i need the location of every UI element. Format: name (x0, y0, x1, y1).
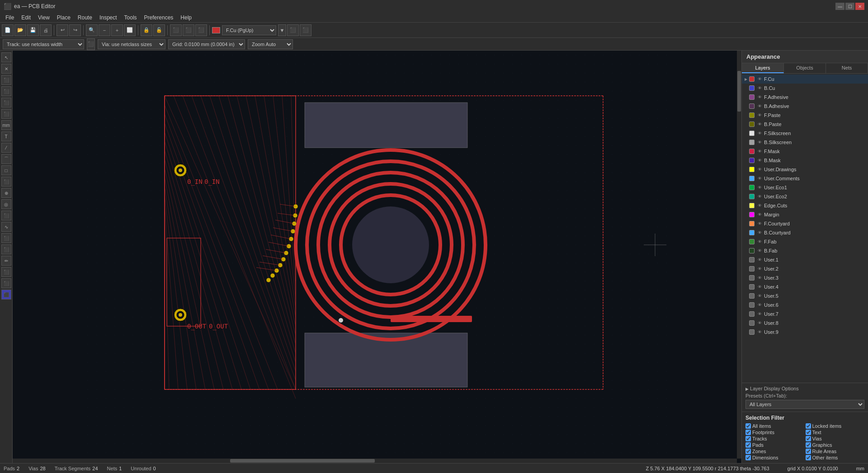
3d-button[interactable]: ⬛ (195, 24, 207, 36)
draw-rect-tool[interactable]: □ (1, 165, 11, 175)
add-pad-tool[interactable]: ◎ (1, 199, 11, 209)
track-select[interactable]: Track: use netclass width (3, 39, 84, 49)
layer-visibility-icon[interactable]: 👁 (756, 239, 763, 245)
grid-select[interactable]: Grid: 0.0100 mm (0.0004 in) (168, 39, 245, 49)
layer-visibility-icon[interactable]: 👁 (756, 175, 763, 182)
canvas-area[interactable]: 0_IN 0_IN 0_OUT 0_OUT (13, 51, 741, 463)
text-tool[interactable]: T (1, 131, 11, 141)
layer-item-f-cu[interactable]: ▶ 👁 F.Cu (742, 75, 868, 84)
layer-item-user-5[interactable]: 👁 User.5 (742, 291, 868, 300)
new-button[interactable]: 📄 (2, 24, 14, 36)
sf-checkbox-7[interactable] (806, 442, 811, 448)
eyedrop-tool[interactable]: ✏ (1, 256, 11, 266)
vertical-scrollbar[interactable] (737, 51, 741, 459)
route-tool[interactable]: ⬛ (1, 75, 11, 85)
layer-item-b-silkscreen[interactable]: 👁 B.Silkscreen (742, 138, 868, 147)
layer-visibility-icon[interactable]: 👁 (756, 266, 763, 272)
layer-item-user-4[interactable]: 👁 User.4 (742, 282, 868, 291)
layer-visibility-icon[interactable]: 👁 (756, 148, 763, 155)
layer-item-user-eco1[interactable]: 👁 User.Eco1 (742, 183, 868, 192)
tab-layers[interactable]: Layers (742, 63, 784, 73)
horizontal-scrollbar[interactable] (13, 459, 737, 463)
layer-visibility-icon[interactable]: 👁 (756, 130, 763, 136)
zoom-fit-button[interactable]: 🔍 (86, 24, 98, 36)
layer-item-user-drawings[interactable]: 👁 User.Drawings (742, 165, 868, 174)
sf-checkbox-4[interactable] (745, 436, 751, 441)
layer-visibility-icon[interactable]: 👁 (756, 284, 763, 290)
menu-preferences[interactable]: Preferences (141, 14, 177, 22)
layer-item-user-6[interactable]: 👁 User.6 (742, 300, 868, 309)
print-button[interactable]: 🖨 (40, 24, 52, 36)
layer-visibility-icon[interactable]: 👁 (756, 184, 763, 191)
inspect-tool[interactable]: ✕ (1, 64, 11, 74)
menu-help[interactable]: Help (177, 14, 195, 22)
layer-visibility-icon[interactable]: 👁 (756, 211, 763, 218)
track-settings-button[interactable]: ⬛ (87, 38, 95, 50)
fill-copper-tool[interactable]: ⬛ (1, 290, 11, 300)
lock-button[interactable]: 🔒 (141, 24, 152, 36)
layer-item-user-2[interactable]: 👁 User.2 (742, 264, 868, 273)
vertical-scroll-thumb[interactable] (737, 71, 741, 112)
board-settings-button[interactable]: ⬛ (300, 24, 311, 36)
layer-visibility-icon[interactable]: 👁 (756, 103, 763, 109)
horizontal-scroll-thumb[interactable] (230, 459, 375, 463)
layer-item-user-9[interactable]: 👁 User.9 (742, 328, 868, 337)
save-button[interactable]: 💾 (27, 24, 39, 36)
sf-checkbox-11[interactable] (806, 455, 811, 460)
delete-tool[interactable]: ⬛ (1, 267, 11, 277)
layers-list[interactable]: ▶ 👁 F.Cu 👁 B.Cu 👁 F.Adhesive 👁 B.Adhesiv… (742, 74, 868, 383)
via-select[interactable]: Via: use netclass sizes (98, 39, 165, 49)
layer-select[interactable]: F.Cu (PgUp) (222, 25, 276, 35)
layer-visibility-icon[interactable]: 👁 (756, 229, 763, 236)
layer-visibility-icon[interactable]: 👁 (756, 94, 763, 100)
open-button[interactable]: 📂 (14, 24, 26, 36)
layer-visibility-icon[interactable]: 👁 (756, 202, 763, 209)
sf-checkbox-1[interactable] (806, 423, 811, 429)
layer-item-b-courtyard[interactable]: 👁 B.Courtyard (742, 228, 868, 237)
measure-tool[interactable]: ⬛ (1, 109, 11, 119)
sf-checkbox-2[interactable] (745, 430, 751, 435)
layer-item-edge-cuts[interactable]: 👁 Edge.Cuts (742, 201, 868, 210)
layer-item-b-fab[interactable]: 👁 B.Fab (742, 246, 868, 255)
layer-visibility-icon[interactable]: 👁 (756, 320, 763, 326)
layer-item-f-fab[interactable]: 👁 F.Fab (742, 237, 868, 246)
sf-checkbox-5[interactable] (806, 436, 811, 441)
sf-checkbox-9[interactable] (806, 449, 811, 454)
layer-item-margin[interactable]: 👁 Margin (742, 210, 868, 219)
presets-select[interactable]: All Layers (745, 400, 864, 409)
tab-nets[interactable]: Nets (826, 63, 868, 73)
zoom-out-button[interactable]: − (99, 24, 110, 36)
highlight-net-tool[interactable]: ⬛ (1, 244, 11, 254)
sf-checkbox-6[interactable] (745, 442, 751, 448)
push-tool[interactable]: ⬛ (1, 278, 11, 288)
sf-checkbox-10[interactable] (745, 455, 751, 460)
layer-visibility-icon[interactable]: 👁 (756, 220, 763, 227)
layer-visibility-icon[interactable]: 👁 (756, 311, 763, 317)
tuning-tool[interactable]: ∿ (1, 222, 11, 232)
layer-visibility-icon[interactable]: 👁 (756, 329, 763, 335)
menu-file[interactable]: File (2, 14, 18, 22)
unlock-button[interactable]: 🔓 (153, 24, 165, 36)
layer-visibility-icon[interactable]: 👁 (756, 76, 763, 82)
add-via-tool[interactable]: ⬛ (1, 98, 11, 108)
layer-visibility-icon[interactable]: 👁 (756, 139, 763, 145)
layer-item-f-courtyard[interactable]: 👁 F.Courtyard (742, 219, 868, 228)
tab-objects[interactable]: Objects (784, 63, 826, 73)
sf-checkbox-8[interactable] (745, 449, 751, 454)
layer-visibility-icon[interactable]: 👁 (756, 248, 763, 254)
undo-button[interactable]: ↩ (57, 24, 68, 36)
draw-arc-tool[interactable]: ⌒ (1, 154, 11, 164)
drc-button[interactable]: ⬛ (183, 24, 194, 36)
layer-item-user-1[interactable]: 👁 User.1 (742, 255, 868, 264)
menu-tools[interactable]: Tools (121, 14, 141, 22)
maximize-button[interactable]: ☐ (845, 3, 854, 10)
layer-visibility-icon[interactable]: 👁 (756, 85, 763, 91)
layer-item-user-comments[interactable]: 👁 User.Comments (742, 174, 868, 183)
layer-item-b-paste[interactable]: 👁 B.Paste (742, 120, 868, 129)
highlight-button[interactable]: ⬛ (287, 24, 299, 36)
sf-checkbox-3[interactable] (806, 430, 811, 435)
sf-checkbox-0[interactable] (745, 423, 751, 429)
layer-settings-button[interactable]: ▼ (278, 24, 286, 36)
zoom-select[interactable]: Zoom Auto (248, 39, 293, 49)
layer-item-b-adhesive[interactable]: 👁 B.Adhesive (742, 102, 868, 111)
